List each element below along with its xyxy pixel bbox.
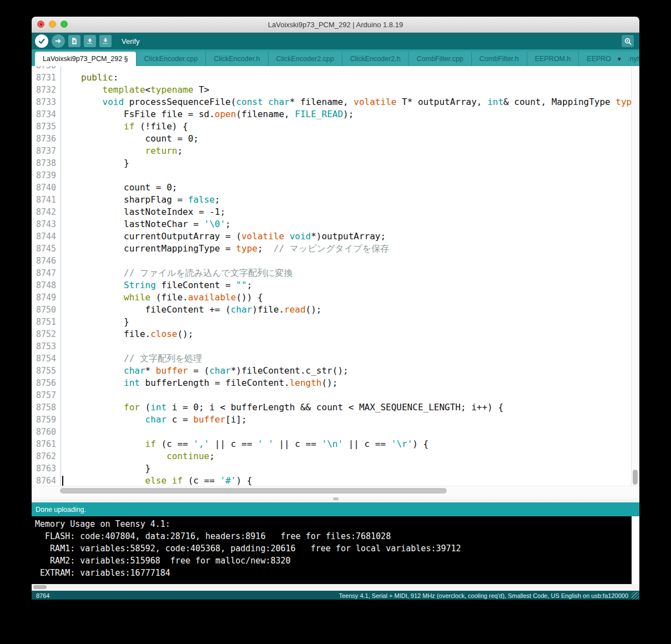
- code-line[interactable]: 8764 else if (c == '#') {: [32, 475, 632, 486]
- line-code: void processSequenceFile(const char* fil…: [61, 96, 632, 108]
- serial-monitor-button[interactable]: [622, 35, 634, 47]
- code-line[interactable]: 8745 currentMappingType = type; // マッピング…: [32, 243, 632, 255]
- editor-vertical-scrollbar-thumb[interactable]: [633, 470, 638, 485]
- code-line[interactable]: 8757: [32, 389, 632, 401]
- tab-clickencoder2-cpp[interactable]: ClickEncoder2.cpp: [269, 52, 342, 66]
- toolbar-action-label: Verify: [122, 37, 140, 46]
- tab-eepro[interactable]: EEPRO▼.nyth: [579, 52, 639, 66]
- line-code: [61, 169, 632, 182]
- code-line[interactable]: 8739: [32, 169, 632, 182]
- code-line[interactable]: 8738 }: [32, 157, 632, 169]
- editor-horizontal-scrollbar[interactable]: [32, 486, 639, 495]
- line-code: [61, 426, 632, 438]
- line-code: lastNoteChar = '\0';: [61, 218, 632, 230]
- code-line[interactable]: 8746: [32, 255, 632, 267]
- code-line[interactable]: 8754 // 文字配列を処理: [32, 353, 632, 365]
- window-resize-grip[interactable]: [632, 592, 639, 600]
- new-sketch-button[interactable]: [68, 35, 80, 47]
- check-icon: [38, 37, 46, 45]
- line-code: // ファイルを読み込んで文字配列に変換: [61, 267, 632, 279]
- tab-eeprom-h[interactable]: EEPROM.h: [527, 52, 579, 66]
- arrow-right-icon: [54, 37, 62, 45]
- verify-button[interactable]: [35, 34, 48, 48]
- code-line[interactable]: 8755 char* buffer = (char*)fileContent.c…: [32, 365, 632, 377]
- line-code: currentMappingType = type; // マッピングタイプを保…: [61, 243, 632, 255]
- zoom-button[interactable]: [60, 21, 68, 28]
- line-code: for (int i = 0; i < bufferLength && coun…: [61, 401, 632, 414]
- code-line[interactable]: 8752 file.close();: [32, 328, 632, 340]
- line-code: if (c == ',' || c == ' ' || c == '\n' ||…: [61, 438, 632, 450]
- tab-clickencoder-h[interactable]: ClickEncoder.h: [206, 52, 268, 66]
- open-button[interactable]: [84, 35, 96, 47]
- code-line[interactable]: 8740 count = 0;: [32, 182, 632, 194]
- code-line[interactable]: 8736 count = 0;: [32, 133, 632, 145]
- line-code: template<typename T>: [61, 84, 632, 96]
- code-line[interactable]: 8748 String fileContent = "";: [32, 279, 632, 291]
- tab-lavoixski9p73-pcm-292[interactable]: LaVoixski9p73_PCM_292 §: [35, 52, 137, 66]
- code-line[interactable]: 8731public:: [32, 72, 632, 84]
- code-line[interactable]: 8733 void processSequenceFile(const char…: [32, 96, 632, 108]
- close-button[interactable]: [37, 21, 44, 28]
- code-line[interactable]: 8760: [32, 426, 632, 438]
- code-line[interactable]: 8732 template<typename T>: [32, 84, 632, 96]
- tab-strip: LaVoixski9p73_PCM_292 §ClickEncoder.cppC…: [32, 49, 639, 66]
- tab-clickencoder2-h[interactable]: ClickEncoder2.h: [342, 52, 409, 66]
- editor-horizontal-scrollbar-thumb[interactable]: [60, 488, 447, 494]
- console-horizontal-scrollbar-thumb[interactable]: [33, 585, 47, 589]
- line-code: continue;: [61, 450, 632, 462]
- code-line[interactable]: 8761 if (c == ',' || c == ' ' || c == '\…: [32, 438, 632, 450]
- console-vertical-scrollbar[interactable]: [632, 516, 639, 584]
- line-code: fileContent += (char)file.read();: [61, 304, 632, 316]
- line-number: 8744: [32, 230, 61, 243]
- code-line[interactable]: 8762 continue;: [32, 450, 632, 462]
- console-horizontal-scrollbar[interactable]: [32, 584, 639, 591]
- document-icon: [70, 37, 78, 45]
- code-line[interactable]: 8742 lastNoteIndex = -1;: [32, 206, 632, 218]
- code-editor[interactable]: 87308731public:8732 template<typename T>…: [32, 66, 639, 486]
- console-panel: Memory Usage on Teensy 4.1: FLASH: code:…: [32, 516, 639, 584]
- code-line[interactable]: 8734 FsFile file = sd.open(filename, FIL…: [32, 108, 632, 120]
- code-line[interactable]: 8756 int bufferLength = fileContent.leng…: [32, 377, 632, 389]
- line-number: 8762: [32, 450, 61, 462]
- save-button[interactable]: [99, 35, 112, 47]
- upload-button[interactable]: [52, 34, 65, 48]
- code-line[interactable]: 8759 char c = buffer[i];: [32, 414, 632, 426]
- code-line[interactable]: 8735 if (!file) {: [32, 120, 632, 133]
- line-number: 8751: [32, 316, 61, 328]
- code-line[interactable]: 8744 currentOutputArray = (volatile void…: [32, 230, 632, 243]
- line-code: public:: [61, 72, 632, 84]
- code-line[interactable]: 8749 while (file.available()) {: [32, 291, 632, 304]
- code-line[interactable]: 8750 fileContent += (char)file.read();: [32, 304, 632, 316]
- line-number: 8741: [32, 194, 61, 206]
- code-line[interactable]: 8751 }: [32, 316, 632, 328]
- code-line[interactable]: 8747 // ファイルを読み込んで文字配列に変換: [32, 267, 632, 279]
- title-bar[interactable]: LaVoixski9p73_PCM_292 | Arduino 1.8.19: [32, 17, 639, 33]
- code-line[interactable]: 8758 for (int i = 0; i < bufferLength &&…: [32, 401, 632, 414]
- line-number: 8733: [32, 96, 61, 108]
- traffic-lights: [37, 21, 68, 28]
- line-number: 8764: [32, 475, 61, 486]
- code-line[interactable]: 8743 lastNoteChar = '\0';: [32, 218, 632, 230]
- code-line[interactable]: 8763 }: [32, 462, 632, 475]
- line-number: 8735: [32, 120, 61, 133]
- code-line[interactable]: 8737 return;: [32, 145, 632, 157]
- tab-list-dropdown-icon[interactable]: ▼: [617, 56, 622, 62]
- splitter-grip-icon[interactable]: [333, 497, 339, 500]
- editor-vertical-scrollbar[interactable]: [631, 66, 639, 486]
- line-number: 8754: [32, 353, 61, 365]
- line-number: 8734: [32, 108, 61, 120]
- line-number: 8763: [32, 462, 61, 475]
- line-code: file.close();: [61, 328, 632, 340]
- editor-console-splitter[interactable]: [32, 495, 639, 502]
- tab-label: EEPRO: [587, 55, 611, 63]
- code-line[interactable]: 8753: [32, 340, 632, 353]
- line-number: 8740: [32, 182, 61, 194]
- code-line[interactable]: 8730: [32, 66, 632, 72]
- code-line[interactable]: 8741 sharpFlag = false;: [32, 194, 632, 206]
- tab-combfilter-h[interactable]: CombFilter.h: [472, 52, 527, 66]
- line-number: 8737: [32, 145, 61, 157]
- tab-combfilter-cpp[interactable]: CombFilter.cpp: [409, 52, 472, 66]
- line-number: 8757: [32, 389, 61, 401]
- minimize-button[interactable]: [49, 21, 56, 28]
- tab-clickencoder-cpp[interactable]: ClickEncoder.cpp: [137, 52, 206, 66]
